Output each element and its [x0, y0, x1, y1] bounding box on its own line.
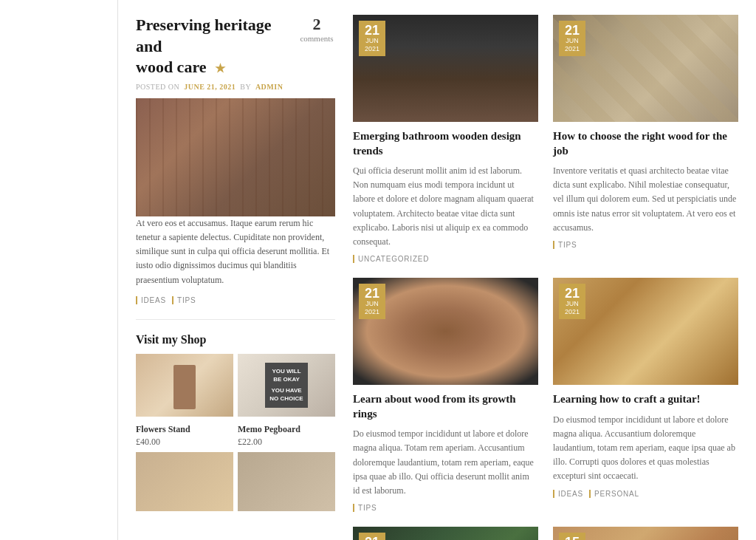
featured-article: Preserving heritage and wood care ★ 2 co… [136, 15, 335, 304]
article-2-title: How to choose the right wood for the job [553, 129, 738, 158]
featured-description: At vero eos et accusamus. Itaque earum r… [136, 216, 335, 287]
articles-grid: 21 JUN 2021 Emerging bathroom wooden des… [353, 15, 738, 512]
featured-tags: IDEAS TIPS [136, 296, 335, 304]
article-2-description: Inventore veritatis et quasi architecto … [553, 164, 738, 235]
shop-item-2-image[interactable]: YOU WILL BE OKAY YOU HAVE NO CHOICE [238, 354, 335, 417]
article-1-image: 21 JUN 2021 [353, 15, 538, 122]
article-1-tags: UNCATEGORIZED [353, 255, 538, 263]
shop-item-2-name: Memo Pegboard [238, 424, 335, 435]
page-wrapper: Preserving heritage and wood care ★ 2 co… [0, 0, 756, 540]
tag-tips[interactable]: TIPS [172, 296, 196, 304]
article-card-4: 21 JUN 2021 Learning how to craft a guit… [553, 278, 738, 512]
shop-item-1-image[interactable] [136, 354, 233, 417]
main-layout: Preserving heritage and wood care ★ 2 co… [136, 15, 738, 540]
article-card-2: 21 JUN 2021 How to choose the right wood… [553, 15, 738, 263]
bottom-article-1-date-badge: 21 JUN 2021 [359, 533, 385, 540]
shop-bottom-image-1[interactable] [136, 452, 233, 511]
bottom-article-2-date-badge: 15 JUN 2021 [559, 533, 585, 540]
right-column: 21 JUN 2021 Emerging bathroom wooden des… [353, 15, 738, 540]
article-4-tags: IDEAS PERSONAL [553, 490, 738, 498]
bottom-article-2-image: 15 JUN 2021 [553, 527, 738, 540]
shop-bottom-image-2[interactable] [238, 452, 335, 511]
pegboard-sign: YOU WILL BE OKAY YOU HAVE NO CHOICE [265, 363, 307, 408]
divider [136, 319, 335, 320]
article-card-3: 21 JUN 2021 Learn about wood from its gr… [353, 278, 538, 512]
article-2-tag[interactable]: TIPS [553, 241, 577, 249]
article-card-1: 21 JUN 2021 Emerging bathroom wooden des… [353, 15, 538, 263]
comment-count: 2 comments [298, 15, 335, 43]
shop-item-2-price: £22.00 [238, 437, 335, 448]
sidebar [0, 0, 118, 540]
main-content: Preserving heritage and wood care ★ 2 co… [118, 0, 756, 540]
posted-on: POSTED ON JUNE 21, 2021 BY ADMIN [136, 83, 335, 91]
article-1-date-badge: 21 JUN 2021 [359, 21, 385, 56]
shop-grid: YOU WILL BE OKAY YOU HAVE NO CHOICE [136, 354, 335, 417]
shop-bottom-images [136, 452, 335, 511]
shop-item-1-name: Flowers Stand [136, 424, 233, 435]
article-2-image: 21 JUN 2021 [553, 15, 738, 122]
posted-date-link[interactable]: JUNE 21, 2021 [184, 83, 236, 91]
bottom-article-1-image: 21 JUN 2021 [353, 527, 538, 540]
article-4-date-badge: 21 JUN 2021 [559, 284, 585, 319]
bottom-articles-row: 21 JUN 2021 15 JUN 2021 [353, 527, 738, 540]
shop-section: Visit my Shop YOU WILL BE OKAY YOU HAVE … [136, 333, 335, 511]
article-3-image: 21 JUN 2021 [353, 278, 538, 385]
featured-header: Preserving heritage and wood care ★ 2 co… [136, 15, 335, 78]
shop-items-info: Flowers Stand £40.00 Memo Pegboard £22.0… [136, 424, 335, 448]
article-3-tag[interactable]: TIPS [353, 504, 377, 512]
shop-item-1-price: £40.00 [136, 437, 233, 448]
article-4-description: Do eiusmod tempor incididunt ut labore e… [553, 413, 738, 484]
article-4-title: Learning how to craft a guitar! [553, 392, 738, 407]
featured-image [136, 98, 335, 216]
left-column: Preserving heritage and wood care ★ 2 co… [136, 15, 335, 540]
bottom-article-2: 15 JUN 2021 [553, 527, 738, 540]
article-2-date-badge: 21 JUN 2021 [559, 21, 585, 56]
article-3-date-badge: 21 JUN 2021 [359, 284, 385, 319]
article-4-tag-2[interactable]: PERSONAL [589, 490, 639, 498]
article-3-title: Learn about wood from its growth rings [353, 392, 538, 421]
article-1-title: Emerging bathroom wooden design trends [353, 129, 538, 158]
tag-ideas[interactable]: IDEAS [136, 296, 166, 304]
featured-title: Preserving heritage and wood care ★ [136, 15, 298, 78]
bottom-article-1: 21 JUN 2021 [353, 527, 538, 540]
shop-item-1-info: Flowers Stand £40.00 [136, 424, 233, 448]
article-3-tags: TIPS [353, 504, 538, 512]
article-3-description: Do eiusmod tempor incididunt ut labore e… [353, 427, 538, 498]
author-link[interactable]: ADMIN [255, 83, 284, 91]
article-1-description: Qui officia deserunt mollit anim id est … [353, 164, 538, 249]
featured-star: ★ [215, 62, 225, 75]
article-4-tag-1[interactable]: IDEAS [553, 490, 583, 498]
shop-item-2-info: Memo Pegboard £22.00 [238, 424, 335, 448]
article-2-tags: TIPS [553, 241, 738, 249]
article-1-tag[interactable]: UNCATEGORIZED [353, 255, 429, 263]
article-4-image: 21 JUN 2021 [553, 278, 738, 385]
shop-title: Visit my Shop [136, 333, 335, 346]
